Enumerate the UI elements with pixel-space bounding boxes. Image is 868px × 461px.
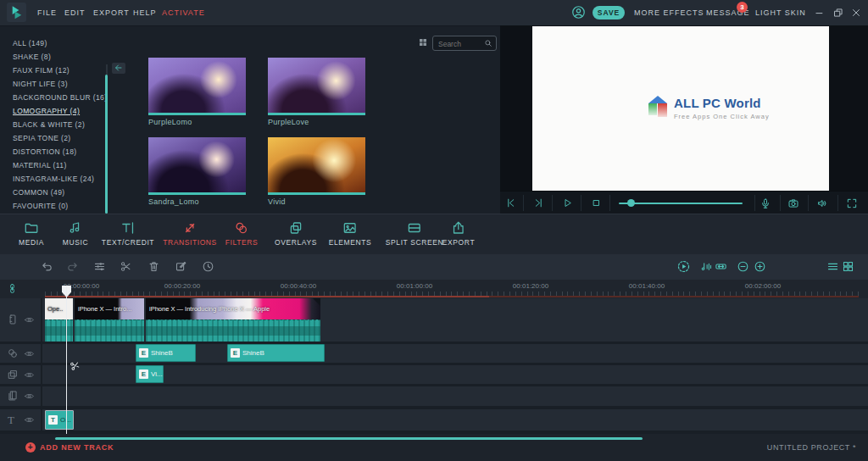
minimize-button[interactable]	[814, 7, 826, 19]
tab-overlays[interactable]: OVERLAYS	[275, 220, 317, 247]
tab-transitions[interactable]: TRANSITIONS	[163, 220, 217, 247]
snapshot-button[interactable]	[787, 197, 799, 209]
filter-thumbnail-vivid[interactable]	[268, 137, 365, 195]
playhead-line[interactable]	[66, 286, 67, 434]
next-frame-button[interactable]	[533, 197, 544, 208]
undo-button[interactable]	[41, 260, 53, 273]
effect-badge: E	[139, 348, 148, 358]
eye-icon[interactable]	[24, 314, 35, 325]
adjust-button[interactable]	[93, 260, 106, 273]
redo-button[interactable]	[66, 260, 79, 273]
menu-help[interactable]: HELP	[133, 0, 157, 25]
record-voiceover-button[interactable]	[760, 197, 771, 209]
save-button[interactable]: SAVE	[593, 6, 625, 19]
split-button[interactable]	[120, 260, 132, 273]
sidebar-item-instagram-like[interactable]: INSTAGRAM-LIKE (24)	[13, 175, 94, 186]
eye-icon[interactable]	[24, 369, 35, 380]
arrow-left-icon	[114, 63, 124, 73]
text-clip-opener[interactable]: T O...	[45, 410, 74, 430]
link-tracks-button[interactable]	[7, 283, 18, 294]
video-clip-iphone-intro[interactable]: iPhone X — Intro...	[75, 298, 144, 341]
more-effects-button[interactable]: MORE EFFECTS	[634, 0, 704, 25]
tab-text-credit[interactable]: TEXT/CREDIT	[102, 220, 154, 247]
light-skin-button[interactable]: LIGHT SKIN	[755, 0, 806, 25]
sidebar-item-shake[interactable]: SHAKE (8)	[13, 53, 51, 64]
pip-track[interactable]	[42, 365, 868, 384]
tab-filters[interactable]: FILTERS	[225, 220, 259, 247]
search-box	[432, 36, 497, 51]
stop-icon	[591, 197, 602, 208]
sidebar-item-sepia-tone[interactable]: SEPIA TONE (2)	[13, 134, 71, 146]
seek-slider-thumb[interactable]	[627, 199, 635, 207]
search-input[interactable]	[437, 36, 487, 52]
video-track-icon	[7, 314, 19, 325]
message-badge: 3	[737, 2, 748, 13]
sidebar-item-favourite[interactable]: FAVOURITE (0)	[13, 202, 69, 214]
tab-media[interactable]: MEDIA	[19, 220, 44, 247]
sidebar-item-all[interactable]: ALL (149)	[13, 39, 47, 51]
track-manager-button[interactable]	[826, 260, 839, 273]
video-clip-opener[interactable]: Ope..	[45, 298, 73, 341]
fit-timeline-icon	[715, 260, 727, 273]
overlays-icon	[288, 220, 303, 236]
tab-split-screen[interactable]: SPLIT SCREEN	[386, 220, 443, 247]
sidebar-item-common[interactable]: COMMON (49)	[13, 188, 65, 200]
play-button[interactable]	[562, 197, 573, 208]
filter-thumbnail-purplelove[interactable]	[268, 58, 365, 115]
view-grid-button[interactable]	[418, 37, 428, 47]
sidebar-item-distortion[interactable]: DISTORTION (18)	[13, 147, 77, 159]
filter-thumbnail-sandralomo[interactable]	[148, 137, 246, 195]
project-name-label: UNTITLED PROJECT *	[767, 443, 856, 452]
effect-clip-shineb-1[interactable]: E ShineB	[136, 344, 196, 362]
maximize-button[interactable]	[832, 7, 844, 19]
view-mode-button[interactable]	[842, 260, 854, 273]
menu-file[interactable]: FILE	[37, 0, 57, 25]
menu-activate[interactable]: ACTIVATE	[162, 0, 205, 25]
previous-frame-button[interactable]	[505, 197, 516, 208]
account-button[interactable]	[571, 5, 586, 19]
zoom-out-button[interactable]	[737, 260, 749, 273]
eye-icon[interactable]	[24, 348, 35, 359]
filter-thumbnail-purplelomo[interactable]	[148, 58, 246, 115]
menu-edit[interactable]: EDIT	[64, 0, 86, 25]
sidebar-item-material[interactable]: MATERIAL (11)	[13, 161, 67, 173]
collapse-sidebar-button[interactable]	[112, 63, 125, 74]
camera-icon	[787, 197, 799, 209]
tab-export[interactable]: EXPORT	[442, 220, 475, 247]
eye-icon[interactable]	[24, 391, 35, 402]
filter-name: PurpleLomo	[148, 118, 246, 126]
sidebar-item-background-blur[interactable]: BACKGROUND BLUR (16)	[13, 93, 107, 105]
sidebar-item-black-white[interactable]: BLACK & WHITE (2)	[13, 120, 85, 132]
render-preview-button[interactable]	[676, 259, 691, 274]
sidebar-item-night-life[interactable]: NIGHT LIFE (3)	[13, 80, 68, 92]
effect-clip-shineb-2[interactable]: E ShineB	[227, 344, 325, 362]
eye-icon[interactable]	[24, 414, 35, 425]
close-button[interactable]	[850, 7, 862, 19]
menu-export[interactable]: EXPORT	[93, 0, 130, 25]
text-track[interactable]	[42, 409, 868, 430]
split-screen-icon	[407, 220, 422, 236]
edit-button[interactable]	[175, 260, 187, 273]
audio-mixer-button[interactable]	[700, 260, 713, 273]
scissors-icon	[120, 260, 132, 273]
tab-elements[interactable]: ELEMENTS	[329, 220, 372, 247]
duration-button[interactable]	[202, 260, 214, 273]
delete-button[interactable]	[147, 260, 160, 273]
pip-clip-vi[interactable]: E Vi...	[136, 365, 164, 383]
elements-track[interactable]	[42, 386, 868, 406]
sidebar-item-lomography[interactable]: LOMOGRAPHY (4)	[13, 107, 80, 119]
seek-slider[interactable]	[619, 203, 743, 204]
sidebar-scrollbar[interactable]	[105, 75, 108, 214]
sidebar-item-faux-film[interactable]: FAUX FILM (12)	[13, 66, 70, 78]
folder-icon	[24, 220, 39, 236]
video-clip-iphone-apple[interactable]: iPhone X — Introducing iPhone X — Apple	[146, 298, 320, 341]
waveform-icon	[700, 260, 713, 273]
zoom-fit-button[interactable]	[715, 260, 727, 273]
timeline-horizontal-scrollbar[interactable]	[55, 437, 643, 440]
fullscreen-button[interactable]	[846, 197, 858, 209]
add-new-track-button[interactable]: + ADD NEW TRACK	[25, 442, 114, 453]
volume-button[interactable]	[816, 197, 828, 209]
stop-button[interactable]	[591, 197, 602, 208]
zoom-in-button[interactable]	[754, 260, 766, 273]
tab-music[interactable]: MUSIC	[63, 220, 88, 247]
